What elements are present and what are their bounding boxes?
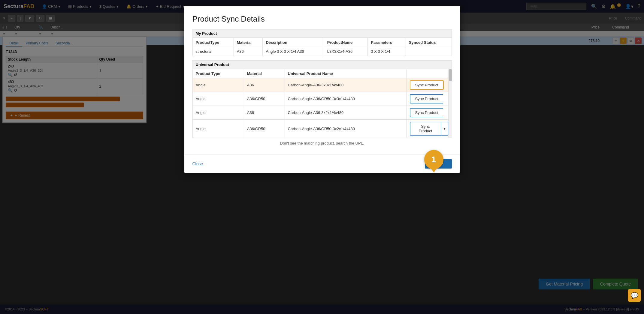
uni-row3-material: A36 — [244, 106, 285, 120]
modal-footer: Close Done — [184, 154, 460, 173]
universal-row-3: Angle A36 Carbon-Angle-A36-3x2x1/4x480 S… — [192, 106, 452, 120]
my-col-synced-status: Synced Status — [406, 38, 452, 47]
uni-row1-name: Carbon-Angle-A36-3x3x1/4x480 — [285, 78, 407, 92]
sync-product-button-3[interactable]: Sync Product — [410, 108, 443, 117]
my-row-type: structural — [192, 47, 234, 56]
uni-col-type: Product Type — [192, 69, 244, 78]
uni-row4-material: A36/GR50 — [244, 120, 285, 138]
chat-icon: 💬 — [631, 292, 638, 299]
my-col-parameters: Parameters — [368, 38, 406, 47]
uni-row3-name: Carbon-Angle-A36-3x2x1/4x480 — [285, 106, 407, 120]
uni-row1-type: Angle — [192, 78, 244, 92]
uni-row4-action: Sync Product ▾ — [407, 120, 452, 138]
universal-row-4: Angle A36/GR50 Carbon-Angle-A36/GR50-3x2… — [192, 120, 452, 138]
my-product-section-header: My Product — [192, 29, 452, 38]
uni-row1-action: Sync Product — [407, 78, 452, 92]
my-row-description: Angle 3 X 3 X 1/4 A36 — [263, 47, 324, 56]
my-product-row: structural A36 Angle 3 X 3 X 1/4 A36 L3X… — [192, 47, 452, 56]
sync-product-button-2[interactable]: Sync Product — [410, 94, 443, 103]
uni-col-name: Universal Product Name — [285, 69, 407, 78]
sync-product-split-btn-4: Sync Product ▾ — [410, 122, 449, 136]
my-col-type: ProductType — [192, 38, 234, 47]
modal-close-button[interactable]: Close — [192, 161, 203, 166]
universal-row-2: Angle A36/GR50 Carbon-Angle-A36/GR50-3x3… — [192, 92, 452, 106]
universal-product-section-header: Universal Product — [192, 60, 452, 69]
uni-row1-material: A36 — [244, 78, 285, 92]
universal-product-table: Product Type Material Universal Product … — [192, 69, 452, 138]
my-row-parameters: 3 X 3 X 1/4 — [368, 47, 406, 56]
uni-row2-type: Angle — [192, 92, 244, 106]
uni-row2-action: Sync Product — [407, 92, 452, 106]
product-sync-modal: Product Sync Details My Product ProductT… — [184, 6, 460, 173]
uni-col-material: Material — [244, 69, 285, 78]
my-row-synced-status — [406, 47, 452, 56]
tooltip-number-badge: 1 — [424, 150, 443, 169]
my-col-material: Material — [234, 38, 263, 47]
scroll-thumb[interactable] — [449, 69, 452, 81]
universal-row-1: Angle A36 Carbon-Angle-A36-3x3x1/4x480 S… — [192, 78, 452, 92]
uni-row3-type: Angle — [192, 106, 244, 120]
modal-overlay: Product Sync Details My Product ProductT… — [0, 0, 644, 314]
modal-title: Product Sync Details — [192, 14, 452, 24]
modal-body: Product Sync Details My Product ProductT… — [184, 6, 460, 154]
uni-row4-name: Carbon-Angle-A36/GR50-3x2x1/4x480 — [285, 120, 407, 138]
sync-product-button-4-main[interactable]: Sync Product — [410, 122, 441, 136]
uni-row4-type: Angle — [192, 120, 244, 138]
chat-button[interactable]: 💬 — [628, 289, 641, 302]
uni-row3-action: Sync Product — [407, 106, 452, 120]
uni-row2-material: A36/GR50 — [244, 92, 285, 106]
sync-product-button-4-arrow[interactable]: ▾ — [441, 122, 449, 136]
uni-col-action — [407, 69, 452, 78]
my-col-description: Description — [263, 38, 324, 47]
modal-scrollbar[interactable] — [448, 69, 452, 138]
uni-row2-name: Carbon-Angle-A36/GR50-3x3x1/4x480 — [285, 92, 407, 106]
sync-product-button-1[interactable]: Sync Product — [410, 80, 444, 90]
my-row-material: A36 — [234, 47, 263, 56]
my-col-product-name: ProductName — [324, 38, 368, 47]
my-product-table: ProductType Material Description Product… — [192, 38, 452, 56]
my-row-product-name: L3X3X1/4-A36 — [324, 47, 368, 56]
upl-search-note: Don't see the matching product, search t… — [192, 138, 452, 148]
